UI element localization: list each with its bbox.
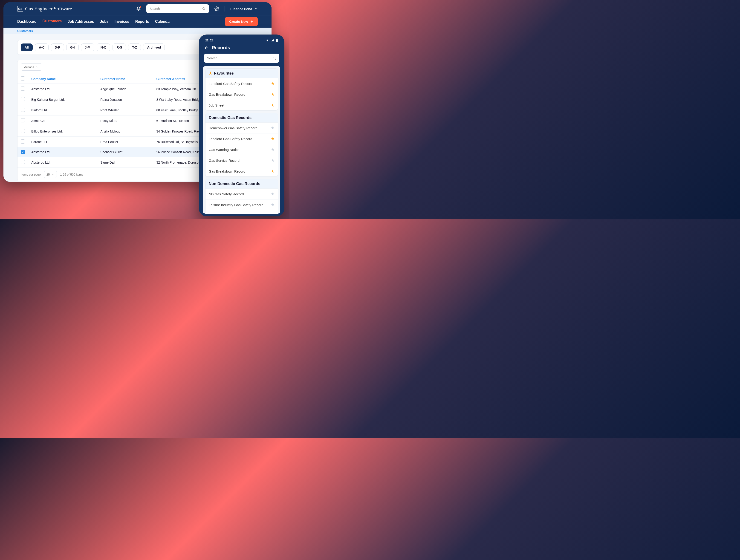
filter-j-m[interactable]: J-M <box>81 43 94 51</box>
cell-company: Binford Ltd. <box>28 105 97 115</box>
section-header: Domestic Gas Records <box>205 113 278 122</box>
chevron-down-icon <box>36 66 39 68</box>
row-checkbox[interactable] <box>21 87 25 91</box>
cell-company: Acme Co. <box>28 115 97 126</box>
filter-d-f[interactable]: D-F <box>51 43 64 51</box>
header-divider <box>224 6 225 11</box>
record-label: Landlord Gas Safety Record <box>209 82 252 86</box>
filter-n-q[interactable]: N-Q <box>97 43 110 51</box>
favourite-star-icon[interactable]: ★ <box>271 81 275 86</box>
favourite-star-icon[interactable]: ★ <box>271 92 275 97</box>
record-label: Gas Breakdown Record <box>209 169 245 173</box>
record-label: Job Sheet <box>209 103 224 107</box>
favourite-star-icon[interactable]: ★ <box>271 213 275 214</box>
header-search[interactable] <box>146 4 209 13</box>
record-item[interactable]: Landlord Gas Safety Record★ <box>205 78 278 89</box>
record-item[interactable]: ND Gas Safety Record★ <box>205 188 278 199</box>
cell-company: Abstergo Ltd. <box>28 147 97 157</box>
favourite-star-icon[interactable]: ★ <box>271 169 275 174</box>
column-header-company[interactable]: Company Name <box>28 74 97 84</box>
search-icon <box>202 7 206 11</box>
record-item[interactable]: Job Sheet★ <box>205 100 278 110</box>
row-checkbox[interactable] <box>21 139 25 144</box>
record-label: ND Gas Safety Record <box>209 192 244 196</box>
nav-item-job-addresses[interactable]: Job Addresses <box>68 19 94 24</box>
nav-item-jobs[interactable]: Jobs <box>100 19 108 24</box>
row-checkbox[interactable] <box>21 108 25 112</box>
filter-archived[interactable]: Archived <box>143 43 165 51</box>
record-item[interactable]: Gas Breakdown Record★ <box>205 166 278 177</box>
filter-t-z[interactable]: T-Z <box>128 43 141 51</box>
svg-rect-2 <box>276 39 278 42</box>
chevron-down-icon <box>52 173 54 176</box>
phone-device: 22:02 Records ★FavouritesLandlord Gas Sa… <box>199 34 284 216</box>
phone-title: Records <box>212 45 230 51</box>
nav-item-customers[interactable]: Customers <box>42 19 62 24</box>
favourite-star-icon[interactable]: ★ <box>271 136 275 141</box>
notifications-button[interactable] <box>136 6 141 11</box>
phone-search-input[interactable] <box>207 57 272 60</box>
search-input[interactable] <box>150 7 202 11</box>
record-item[interactable]: Gas Breakdown Record★ <box>205 89 278 100</box>
user-menu[interactable]: Eleanor Pena <box>230 7 258 11</box>
nav-item-reports[interactable]: Reports <box>135 19 149 24</box>
record-item[interactable]: Liquefied Petroleum Gas Safety Record★ <box>205 210 278 214</box>
record-item[interactable]: Leisure Industry Gas Safety Record★ <box>205 199 278 210</box>
record-item[interactable]: Gas Warning Notice★ <box>205 144 278 155</box>
signal-icon <box>271 39 274 42</box>
create-new-button[interactable]: Create New <box>225 17 258 26</box>
column-header-customer[interactable]: Customer Name <box>97 74 153 84</box>
cell-company: Abstergo Ltd. <box>28 84 97 94</box>
record-label: Leisure Industry Gas Safety Record <box>209 203 264 207</box>
favourite-star-icon[interactable]: ★ <box>271 191 275 196</box>
row-checkbox[interactable] <box>21 97 25 101</box>
filter-a-c[interactable]: A-C <box>35 43 49 51</box>
nav-item-dashboard[interactable]: Dashboard <box>17 19 36 24</box>
section-title: Domestic Gas Records <box>209 115 252 120</box>
star-icon: ★ <box>209 71 212 76</box>
cell-customer: Arvilla Mcloud <box>97 126 153 137</box>
record-label: Homeonwer Gas Safety Record <box>209 126 258 130</box>
plus-icon <box>250 20 254 23</box>
favourite-star-icon[interactable]: ★ <box>271 125 275 130</box>
record-label: Gas Warning Notice <box>209 148 240 152</box>
phone-title-bar: Records <box>201 44 282 54</box>
select-all-checkbox[interactable] <box>21 76 25 81</box>
gear-icon <box>214 6 219 11</box>
nav-item-invoices[interactable]: Invoices <box>115 19 129 24</box>
actions-dropdown[interactable]: Actions <box>21 63 42 71</box>
app-logo[interactable]: Gs Gas Engineer Software <box>17 6 72 12</box>
row-checkbox[interactable] <box>21 129 25 133</box>
row-checkbox[interactable] <box>21 160 25 164</box>
record-item[interactable]: Landlord Gas Safety Record★ <box>205 133 278 144</box>
filter-all[interactable]: All <box>21 43 33 51</box>
per-page-select[interactable]: 25 <box>44 171 57 178</box>
per-page-label: Items per page <box>21 173 41 176</box>
record-item[interactable]: Gas Service Record★ <box>205 155 278 166</box>
cell-customer: Robt Whisler <box>97 105 153 115</box>
filter-r-s[interactable]: R-S <box>112 43 126 51</box>
nav-item-calendar[interactable]: Calendar <box>155 19 171 24</box>
record-item[interactable]: Homeonwer Gas Safety Record★ <box>205 122 278 133</box>
select-all-header <box>17 74 28 84</box>
settings-button[interactable] <box>214 6 219 11</box>
svg-point-1 <box>216 8 217 9</box>
records-section: Domestic Gas RecordsHomeonwer Gas Safety… <box>205 113 278 177</box>
favourite-star-icon[interactable]: ★ <box>271 147 275 152</box>
cell-customer: Spencer Guillet <box>97 147 153 157</box>
favourite-star-icon[interactable]: ★ <box>271 202 275 207</box>
back-arrow-icon[interactable] <box>204 45 209 51</box>
favourite-star-icon[interactable]: ★ <box>271 103 275 108</box>
header-bar: Gs Gas Engineer Software Eleanor Pena <box>3 2 272 15</box>
section-header: Non Domestic Gas Records <box>205 179 278 188</box>
logo-badge: Gs <box>17 6 23 12</box>
favourite-star-icon[interactable]: ★ <box>271 158 275 163</box>
svg-point-4 <box>273 57 275 59</box>
breadcrumb[interactable]: Customers <box>17 29 33 33</box>
row-checkbox[interactable]: ✓ <box>21 150 25 154</box>
phone-search[interactable] <box>204 54 279 63</box>
filter-g-i[interactable]: G-I <box>66 43 79 51</box>
section-title: Non Domestic Gas Records <box>209 182 260 186</box>
cell-customer: Erna Poulter <box>97 137 153 147</box>
row-checkbox[interactable] <box>21 118 25 122</box>
